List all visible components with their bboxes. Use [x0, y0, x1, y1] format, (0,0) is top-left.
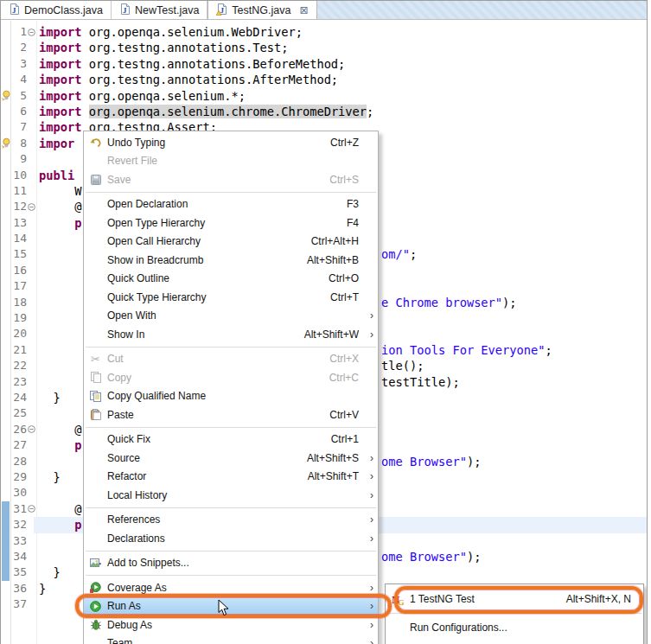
menu-item-shortcut: F3 — [347, 198, 363, 210]
menu-item-label: Revert File — [107, 155, 157, 167]
menu-separator — [86, 427, 376, 428]
menu-item-open-type-hierarchy[interactable]: Open Type HierarchyF4 — [84, 214, 378, 233]
submenu-arrow-icon: › — [363, 637, 373, 644]
menu-item-references[interactable]: References› — [84, 511, 378, 530]
menu-item-revert-file: Revert File — [84, 152, 378, 171]
line-number: 26 — [1, 422, 27, 437]
code-line-5[interactable]: 5import org.openqa.selenium.*; — [1, 88, 647, 104]
menu-separator — [86, 507, 376, 508]
code-line-6[interactable]: 6import org.openqa.selenium.chrome.Chrom… — [1, 104, 647, 119]
menu-item-undo-typing[interactable]: Undo TypingCtrl+Z — [84, 133, 378, 152]
menu-item-show-in-breadcrumb[interactable]: Show in BreadcrumbAlt+Shift+B — [84, 251, 378, 270]
submenu-item-1-testng-test[interactable]: NG1 TestNG TestAlt+Shift+X, N — [386, 587, 643, 611]
menu-item-shortcut: Alt+Shift+B — [307, 254, 363, 266]
menu-item-label: Show in Breadcrumb — [107, 254, 203, 266]
submenu-item-run-configurations[interactable]: Run Configurations... — [386, 615, 643, 640]
menu-item-label: Open With — [107, 309, 156, 322]
menu-item-open-with[interactable]: Open With› — [84, 307, 378, 326]
code-line-1[interactable]: 1import org.openqa.selenium.WebDriver; — [1, 24, 647, 40]
line-number: 14 — [1, 231, 27, 246]
fold-marker-icon[interactable] — [28, 203, 35, 211]
code-text: } — [39, 390, 61, 405]
menu-item-open-call-hierarchy[interactable]: Open Call HierarchyCtrl+Alt+H — [84, 233, 378, 252]
menu-item-local-history[interactable]: Local History› — [84, 486, 378, 505]
debug-icon — [86, 619, 105, 630]
line-number: 23 — [1, 374, 27, 390]
menu-item-shortcut: Alt+Shift+T — [308, 470, 363, 482]
menu-item-run-as[interactable]: Run As› — [84, 597, 378, 616]
code-line-3[interactable]: 3import org.testng.annotations.BeforeMet… — [1, 56, 647, 72]
menu-item-show-in[interactable]: Show InAlt+Shift+W› — [84, 325, 378, 344]
menu-item-label: Debug As — [107, 619, 152, 631]
tab-newtest-java[interactable]: J NewTest.java — [112, 1, 207, 19]
fold-marker-icon[interactable] — [28, 505, 35, 513]
menu-item-save: SaveCtrl+S — [84, 170, 378, 189]
menu-item-copy-qualified-name[interactable]: Copy Qualified Name — [84, 387, 378, 406]
code-line-4[interactable]: 4import org.testng.annotations.AfterMeth… — [1, 72, 647, 87]
menu-separator — [86, 347, 376, 348]
line-number: 25 — [1, 405, 27, 421]
menu-item-paste[interactable]: PasteCtrl+V — [84, 405, 378, 424]
menu-item-debug-as[interactable]: Debug As› — [84, 615, 378, 634]
tab-close-icon[interactable]: ⊠ — [299, 5, 308, 16]
fold-marker-icon[interactable] — [28, 425, 35, 433]
menu-item-quick-type-hierarchy[interactable]: Quick Type HierarchyCtrl+T — [84, 288, 378, 307]
tab-testng-java[interactable]: J TestNG.java ⊠ — [207, 1, 316, 19]
menu-item-quick-outline[interactable]: Quick OutlineCtrl+O — [84, 270, 378, 289]
snippet-icon — [86, 558, 105, 568]
save-icon — [86, 175, 105, 185]
menu-item-add-to-snippets[interactable]: Add to Snippets... — [84, 554, 378, 573]
line-number: 9 — [1, 151, 27, 167]
run-icon — [86, 601, 105, 612]
code-text: } — [39, 564, 61, 580]
code-text-right-fragment: ome Browser"); — [381, 549, 481, 564]
tab-label: TestNG.java — [232, 4, 290, 16]
menu-item-shortcut: Ctrl+T — [330, 291, 363, 303]
line-number: 15 — [1, 246, 27, 262]
menu-item-label: Save — [107, 174, 131, 186]
menu-item-refactor[interactable]: RefactorAlt+Shift+T› — [84, 468, 378, 487]
line-number: 21 — [1, 342, 27, 358]
menu-item-team[interactable]: Team› — [84, 634, 378, 644]
line-number: 16 — [1, 263, 27, 278]
menu-item-label: References — [107, 513, 160, 526]
menu-item-declarations[interactable]: Declarations› — [84, 529, 378, 548]
tab-label: DemoClass.java — [24, 4, 103, 16]
line-number: 6 — [1, 104, 27, 119]
line-number: 28 — [1, 454, 27, 469]
menu-item-open-declaration[interactable]: Open DeclarationF3 — [84, 195, 378, 214]
line-number: 11 — [1, 183, 27, 199]
menu-item-label: Run Configurations... — [410, 622, 507, 634]
java-file-icon: J — [9, 3, 20, 18]
fold-marker-icon[interactable] — [28, 29, 35, 36]
line-number: 30 — [1, 485, 27, 501]
menu-separator — [86, 551, 376, 552]
menu-item-quick-fix[interactable]: Quick FixCtrl+1 — [84, 430, 378, 450]
code-text: @ — [39, 422, 81, 437]
code-line-2[interactable]: 2import org.testng.annotations.Test; — [1, 40, 647, 55]
menu-item-shortcut: Ctrl+1 — [331, 433, 363, 445]
menu-item-label: Team — [107, 637, 132, 644]
menu-separator — [387, 613, 641, 614]
code-text: p — [39, 215, 81, 231]
menu-item-shortcut: Ctrl+Z — [330, 137, 363, 149]
submenu-arrow-icon: › — [363, 328, 373, 341]
code-text: import org.testng.annotations.AfterMetho… — [39, 72, 338, 87]
line-number: 32 — [1, 517, 27, 532]
menu-item-shortcut: Alt+Shift+W — [304, 328, 363, 341]
line-number: 7 — [1, 119, 27, 135]
svg-text:G: G — [398, 598, 404, 606]
menu-item-coverage-as[interactable]: Coverage As› — [84, 578, 378, 597]
submenu-arrow-icon: › — [363, 513, 373, 526]
menu-item-label: Run As — [107, 600, 141, 612]
menu-item-label: Show In — [107, 328, 144, 341]
line-number: 10 — [1, 168, 27, 183]
menu-item-shortcut: Alt+Shift+S — [307, 452, 363, 464]
code-text: p — [39, 517, 81, 532]
menu-item-label: Quick Fix — [107, 433, 150, 445]
tab-democlass-java[interactable]: J DemoClass.java — [1, 1, 112, 19]
line-number: 33 — [1, 533, 27, 549]
menu-item-label: Copy — [107, 372, 131, 384]
menu-item-source[interactable]: SourceAlt+Shift+S› — [84, 449, 378, 468]
line-number: 31 — [1, 501, 27, 517]
